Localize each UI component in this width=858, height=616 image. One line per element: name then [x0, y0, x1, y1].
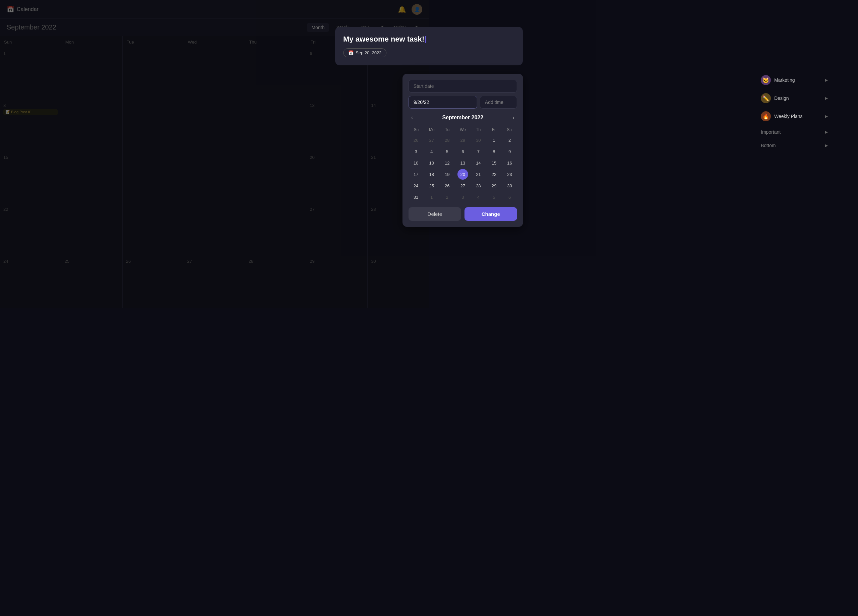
dp-day[interactable]: 1: [426, 192, 429, 202]
dp-day[interactable]: 10: [426, 157, 429, 168]
dp-day[interactable]: 10: [410, 157, 421, 168]
dp-dow-su: Su: [409, 126, 424, 134]
dp-day[interactable]: 27: [426, 135, 429, 145]
dp-day[interactable]: 31: [410, 192, 421, 202]
dp-day[interactable]: 4: [426, 146, 429, 157]
dp-days-of-week: Su Mo Tu We Th Fr Sa: [409, 126, 429, 134]
dp-day[interactable]: 26: [410, 135, 421, 145]
dp-prev-month-button[interactable]: ‹: [409, 113, 416, 122]
dp-day[interactable]: 25: [426, 180, 429, 191]
dp-dow-mo: Mo: [424, 126, 429, 134]
start-date-input[interactable]: [409, 80, 429, 92]
dp-day[interactable]: 17: [410, 169, 421, 180]
dp-days-grid: 26 27 28 29 30 1 2 3 4 5 6 7 8 9 10 10 1…: [409, 135, 429, 202]
dp-actions: Delete Change: [409, 207, 429, 221]
datepicker-calendar-header: ‹ September 2022 ›: [409, 113, 429, 122]
date-badge[interactable]: 📅 Sep 20, 2022: [343, 48, 386, 57]
dp-day[interactable]: 3: [410, 146, 421, 157]
date-time-row: Add time: [409, 96, 429, 109]
task-title-display: My awesome new task!|: [343, 35, 429, 44]
date-picker-dropdown: Add time ‹ September 2022 › Su Mo Tu We …: [403, 74, 429, 227]
dp-day[interactable]: 24: [410, 180, 421, 191]
delete-button[interactable]: Delete: [409, 207, 429, 221]
dp-day[interactable]: 18: [426, 169, 429, 180]
date-value-input[interactable]: [409, 96, 429, 109]
calendar-mini-icon: 📅: [348, 50, 354, 55]
task-modal: My awesome new task!| 📅 Sep 20, 2022: [335, 27, 429, 65]
